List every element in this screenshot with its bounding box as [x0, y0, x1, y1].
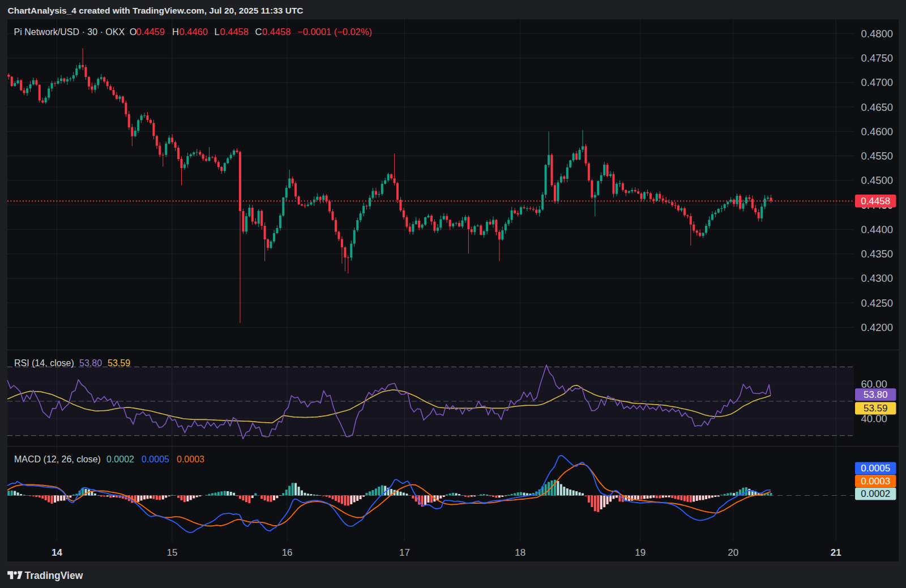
svg-text:0.4700: 0.4700 — [861, 76, 894, 88]
svg-text:20: 20 — [728, 547, 738, 558]
svg-text:53.59: 53.59 — [108, 358, 130, 368]
svg-text:0.0002: 0.0002 — [106, 454, 134, 464]
svg-text:17: 17 — [399, 547, 410, 558]
svg-text:0.0003: 0.0003 — [861, 476, 890, 487]
svg-text:0.0003: 0.0003 — [177, 454, 204, 464]
svg-text:16: 16 — [282, 547, 293, 558]
svg-text:0.4550: 0.4550 — [861, 150, 894, 162]
svg-text:0.4458: 0.4458 — [861, 196, 890, 207]
svg-text:0.4250: 0.4250 — [861, 297, 894, 309]
svg-text:0.0005: 0.0005 — [142, 454, 169, 464]
svg-text:53.80: 53.80 — [864, 389, 888, 400]
svg-text:MACD (12, 26, close): MACD (12, 26, close) — [14, 454, 101, 464]
svg-text:60.00: 60.00 — [861, 378, 887, 390]
svg-text:0.4650: 0.4650 — [861, 101, 894, 113]
svg-text:14: 14 — [52, 547, 62, 558]
svg-text:0.4800: 0.4800 — [861, 28, 894, 40]
svg-text:0.4460: 0.4460 — [180, 27, 208, 37]
svg-text:H: H — [172, 27, 179, 37]
svg-text:0.4459: 0.4459 — [136, 27, 165, 37]
svg-text:0.4200: 0.4200 — [861, 321, 894, 333]
svg-text:15: 15 — [166, 547, 177, 558]
svg-text:C: C — [255, 27, 262, 37]
svg-text:RSI (14, close): RSI (14, close) — [14, 358, 74, 368]
svg-text:0.4600: 0.4600 — [861, 126, 894, 138]
svg-text:0.4458: 0.4458 — [262, 27, 290, 37]
svg-text:53.59: 53.59 — [864, 403, 888, 414]
svg-text:ChartAnalysis_4 created with T: ChartAnalysis_4 created with TradingView… — [8, 6, 304, 15]
svg-text:21: 21 — [831, 547, 841, 558]
svg-text:0.0005: 0.0005 — [861, 463, 890, 474]
svg-text:0.4400: 0.4400 — [861, 224, 894, 235]
svg-text:TradingView: TradingView — [25, 570, 83, 581]
svg-text:−0.0001 (−0.02%): −0.0001 (−0.02%) — [297, 27, 372, 37]
svg-text:18: 18 — [515, 547, 525, 558]
svg-text:53.80: 53.80 — [79, 358, 102, 368]
svg-text:0.4300: 0.4300 — [861, 272, 894, 284]
svg-text:19: 19 — [635, 547, 646, 558]
svg-text:L: L — [214, 27, 219, 37]
svg-text:0.4750: 0.4750 — [861, 52, 894, 64]
svg-text:Pi Network/USD · 30 · OKX: Pi Network/USD · 30 · OKX — [14, 27, 125, 37]
svg-text:0.4500: 0.4500 — [861, 174, 894, 186]
svg-text:0.0002: 0.0002 — [861, 488, 890, 499]
svg-text:0.4458: 0.4458 — [220, 27, 249, 37]
svg-text:0.4350: 0.4350 — [861, 248, 894, 260]
